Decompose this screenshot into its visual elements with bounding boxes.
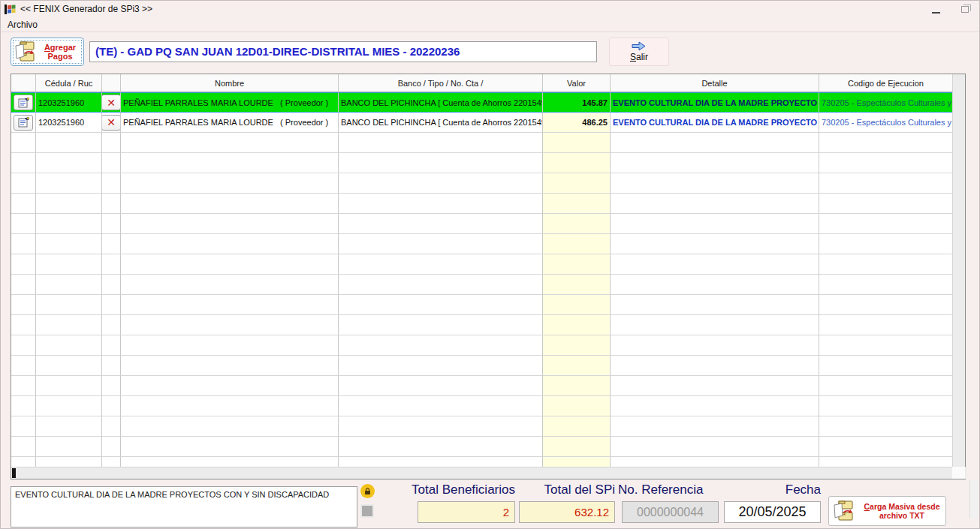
cell-valor: 486.25 — [543, 113, 611, 133]
carga-masiva-label: Carga Masiva desdearchivo TXT — [858, 502, 945, 520]
header-codigo: Codigo de Ejecucion — [819, 74, 953, 92]
edit-row-button[interactable] — [14, 95, 33, 110]
table-row-empty — [11, 214, 953, 234]
payments-grid: Cédula / Ruc Nombre Banco / Tipo / No. C… — [11, 74, 966, 479]
add-payments-folder-icon — [14, 41, 37, 62]
app-window: << FENIX Generador de SPi3 >> Archivo Ag… — [0, 0, 980, 529]
table-row-empty — [11, 295, 953, 315]
cell-cedula: 1203251960 — [36, 113, 102, 133]
cell-banco: BANCO DEL PICHINCHA [ Cuenta de Ahorros … — [339, 92, 543, 113]
document-title-field[interactable]: (TE) - GAD PQ SAN JUAN 12D01-DIREC-DISTR… — [89, 41, 597, 62]
table-row-empty — [11, 153, 953, 173]
minimize-button[interactable] — [932, 5, 940, 14]
edit-form-icon — [18, 117, 29, 128]
table-row-empty — [11, 376, 953, 396]
menu-bar: Archivo — [1, 17, 979, 32]
vertical-scrollbar[interactable] — [952, 74, 965, 467]
table-row[interactable]: 1203251960 ✕ PEÑAFIEL PARRALES MARIA LOU… — [11, 113, 953, 133]
salir-label: Salir — [630, 52, 648, 62]
header-delete — [102, 74, 121, 92]
delete-row-button[interactable]: ✕ — [102, 95, 121, 110]
cell-detalle: EVENTO CULTURAL DIA DE LA MADRE PROYECTO… — [611, 113, 819, 133]
restore-button[interactable] — [961, 6, 969, 13]
total-beneficiarios-label: Total Beneficiarios — [389, 482, 515, 497]
fecha-label: Fecha — [724, 482, 821, 497]
table-row-empty — [11, 173, 953, 194]
cell-valor: 145.87 — [543, 92, 611, 113]
header-nombre: Nombre — [121, 74, 339, 92]
header-cedula: Cédula / Ruc — [36, 74, 102, 92]
detalle-scrollbar[interactable] — [969, 480, 980, 518]
header-valor: Valor — [543, 74, 611, 92]
total-spi-label: Total del SPi — [519, 482, 615, 497]
bulk-load-folder-icon — [833, 500, 855, 522]
table-row-empty — [11, 335, 953, 356]
grid-header-row: Cédula / Ruc Nombre Banco / Tipo / No. C… — [11, 74, 953, 92]
table-row-empty — [11, 275, 953, 295]
table-row-selected[interactable]: 1203251960 ✕ PEÑAFIEL PARRALES MARIA LOU… — [11, 92, 953, 113]
delete-x-icon: ✕ — [107, 117, 116, 128]
cell-detalle: EVENTO CULTURAL DIA DE LA MADRE PROYECTO… — [611, 92, 819, 113]
exit-arrow-icon — [632, 41, 647, 51]
footer-panel: EVENTO CULTURAL DIA DE LA MADRE PROYECTO… — [1, 479, 980, 529]
cell-nombre: PEÑAFIEL PARRALES MARIA LOURDE ( Proveed… — [121, 113, 339, 133]
no-referencia-label: No. Referencia — [618, 482, 719, 497]
lock-icon — [364, 488, 371, 495]
delete-x-icon: ✕ — [107, 98, 116, 108]
horizontal-scrollbar-thumb[interactable] — [12, 468, 16, 478]
cell-nombre: PEÑAFIEL PARRALES MARIA LOURDE ( Proveed… — [121, 92, 339, 113]
scrollbar-corner — [952, 467, 965, 479]
cell-cedula: 1203251960 — [36, 92, 102, 113]
salir-button[interactable]: Salir — [609, 38, 669, 66]
table-row-empty — [11, 133, 953, 153]
agregar-pagos-button[interactable]: AgregarPagos — [11, 38, 84, 66]
table-row-empty — [11, 234, 953, 254]
horizontal-scrollbar[interactable] — [11, 467, 966, 479]
cell-codigo: 730205 - Espectáculos Culturales y Socia… — [819, 92, 953, 113]
delete-row-button[interactable]: ✕ — [102, 115, 121, 131]
toolbar: AgregarPagos (TE) - GAD PQ SAN JUAN 12D0… — [1, 32, 979, 72]
detalle-textarea[interactable]: EVENTO CULTURAL DIA DE LA MADRE PROYECTO… — [11, 486, 357, 527]
cell-banco: BANCO DEL PICHINCHA [ Cuenta de Ahorros … — [339, 113, 543, 133]
carga-masiva-button[interactable]: Carga Masiva desdearchivo TXT — [828, 496, 946, 526]
lock-toggle[interactable] — [360, 484, 375, 498]
table-row-empty — [11, 416, 953, 437]
title-bar: << FENIX Generador de SPi3 >> — [1, 1, 979, 17]
table-row-empty — [11, 254, 953, 275]
header-detalle: Detalle — [611, 74, 819, 92]
fecha-field[interactable]: 20/05/2025 — [724, 501, 821, 523]
table-row-empty — [11, 457, 953, 467]
table-row-empty — [11, 396, 953, 416]
header-rowselect — [11, 74, 36, 92]
gray-indicator-button[interactable] — [360, 504, 374, 518]
edit-row-button[interactable] — [14, 115, 33, 131]
cell-codigo: 730205 - Espectáculos Culturales y Socia… — [819, 113, 953, 133]
edit-form-icon — [18, 98, 29, 108]
table-row-empty — [11, 194, 953, 214]
menu-archivo[interactable]: Archivo — [1, 18, 44, 32]
table-row-empty — [11, 437, 953, 457]
app-logo-icon — [5, 4, 17, 15]
total-beneficiarios-value: 2 — [418, 501, 515, 523]
agregar-pagos-label: AgregarPagos — [37, 43, 83, 61]
grid-body: 1203251960 ✕ PEÑAFIEL PARRALES MARIA LOU… — [11, 92, 953, 467]
table-row-empty — [11, 315, 953, 335]
total-spi-value: 632.12 — [519, 501, 615, 523]
header-banco: Banco / Tipo / No. Cta / — [339, 74, 543, 92]
table-row-empty — [11, 356, 953, 376]
no-referencia-field: 0000000044 — [622, 501, 719, 523]
window-title: << FENIX Generador de SPi3 >> — [20, 4, 152, 14]
